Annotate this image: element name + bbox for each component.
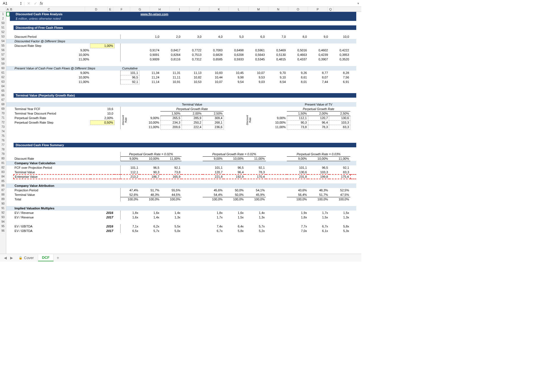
row-header-63[interactable]: 63 [0,80,6,84]
row-header-82[interactable]: 82 [0,165,6,170]
tab-cover[interactable]: 🔒Cover [15,255,38,261]
row-header-58[interactable]: 58 [0,57,6,62]
rot-discount-rate-right: DiscountRate [246,115,252,125]
col-header-E[interactable]: E [108,7,113,12]
col-header-G[interactable]: G [130,7,150,12]
row-header-89[interactable]: 89 [0,197,6,202]
disc-factor-val: 0,7083 [203,48,224,52]
row-header-64[interactable]: 64 [0,84,6,89]
formula-input[interactable] [45,1,356,6]
row-header-53[interactable]: 53 [0,34,6,39]
cancel-icon[interactable]: ✕ [26,1,31,6]
pv-fcf-val: 11,13 [182,71,203,75]
col-header-O[interactable]: O [288,7,308,12]
summary-label: FCF over Projection Period [14,165,90,170]
pv-fcf-val: 8,54 [266,80,287,84]
row-header-95[interactable]: 95 [0,224,6,229]
cell-A1[interactable] [6,12,10,16]
row-header-65[interactable]: 65 [0,89,6,93]
col-header-P[interactable]: P [308,7,328,12]
input-disc-rate-step[interactable]: 1,00% [90,43,114,48]
row-header-92[interactable]: 92 [0,211,6,215]
summary-label: Enterprise Value [14,174,90,179]
row-header-73[interactable]: 73 [0,125,6,129]
tv-rate-2: 10,00% [139,120,161,125]
row-header-51[interactable]: 51 [0,25,6,30]
row-header-85[interactable]: 85 [0,179,6,183]
fin-wiser-link[interactable]: www.fin-wiser.com [141,12,169,16]
row-header-87[interactable]: 87 [0,188,6,192]
row-header-77[interactable]: 77 [0,143,6,147]
row-header-91[interactable]: 91 [0,206,6,211]
row-header-50[interactable]: 50 [0,21,6,25]
row-header-67[interactable]: 67 [0,98,6,102]
col-header-L[interactable]: L [229,7,249,12]
fx-label[interactable]: fx [40,1,43,6]
row-header-88[interactable]: 88 [0,192,6,197]
row-header-76[interactable]: 76 [0,138,6,143]
row-header-84[interactable]: 84 [0,174,6,179]
row-header-68[interactable]: 68 [0,102,6,107]
row-header-78[interactable]: 78 [0,147,6,152]
col-header-B[interactable]: B [10,7,13,12]
row-header-69[interactable]: 69 [0,107,6,111]
row-header-62[interactable]: 62 [0,75,6,80]
summary-val: 1,4x [139,215,161,220]
col-header-N[interactable]: N [268,7,288,12]
row-header-56[interactable]: 56 [0,48,6,52]
disc-factor-val: 0,4222 [329,48,350,52]
confirm-icon[interactable]: ✓ [33,1,38,6]
row-header-2[interactable]: 2 [0,16,6,21]
row-header-86[interactable]: 86 [0,183,6,188]
row-header-72[interactable]: 72 [0,120,6,125]
col-header-A[interactable]: A [6,7,10,12]
summary-val: 186,7 [139,174,161,179]
col-header-Q[interactable]: Q [328,7,333,12]
row-header-81[interactable]: 81 [0,161,6,165]
tab-nav-prev-icon[interactable]: ◀ [2,256,8,260]
row-header-90[interactable]: 90 [0,202,6,206]
col-header-J[interactable]: J [189,7,209,12]
row-header-94[interactable]: 94 [0,220,6,224]
tab-nav-next-icon[interactable]: ▶ [8,256,15,260]
grid[interactable]: Discounted Cash Flow Analysiswww.fin-wis… [6,12,361,254]
col-header-F[interactable]: F [113,7,130,12]
col-header-I[interactable]: I [170,7,189,12]
name-box[interactable]: A1 [1,1,18,5]
col-header-C[interactable]: C [13,7,85,12]
row-header-61[interactable]: 61 [0,71,6,75]
summary-val: 6,7x [203,229,224,233]
col-header-K[interactable]: K [209,7,229,12]
period-1: 1,0 [139,34,161,39]
pv-fcf-val: 9,54 [224,80,245,84]
row-header-71[interactable]: 71 [0,116,6,120]
expand-formula-bar-icon[interactable]: ▾ [357,1,360,5]
row-header-52[interactable]: 52 [0,30,6,34]
row-header-57[interactable]: 57 [0,52,6,57]
row-header-59[interactable]: 59 [0,62,6,66]
pv-fcf-val: 8,77 [308,71,329,75]
row-header-83[interactable]: 83 [0,170,6,174]
col-header-M[interactable]: M [249,7,268,12]
col-header-H[interactable]: H [150,7,170,12]
row-header-80[interactable]: 80 [0,156,6,161]
row-header-74[interactable]: 74 [0,129,6,134]
row-header-79[interactable]: 79 [0,152,6,156]
tab-dcf[interactable]: DCF [38,254,54,261]
row-header-55[interactable]: 55 [0,43,6,48]
summary-val: 130,6 [287,170,308,174]
period-7: 7,0 [266,34,287,39]
row-header-93[interactable]: 93 [0,215,6,220]
name-box-stepper[interactable]: ▲▼ [20,1,22,5]
row-header-54[interactable]: 54 [0,39,6,43]
row-header-75[interactable]: 75 [0,134,6,138]
col-header-D[interactable]: D [85,7,108,12]
row-header-70[interactable]: 70 [0,111,6,116]
row-header-66[interactable]: 66 [0,93,6,98]
row-header-60[interactable]: 60 [0,66,6,71]
row-header-96[interactable]: 96 [0,229,6,233]
add-sheet-button[interactable]: + [54,254,62,262]
input-pgr-step[interactable]: 0,50% [90,120,114,125]
select-all-corner[interactable] [0,7,6,12]
row-header-1[interactable]: 1 [0,12,6,16]
